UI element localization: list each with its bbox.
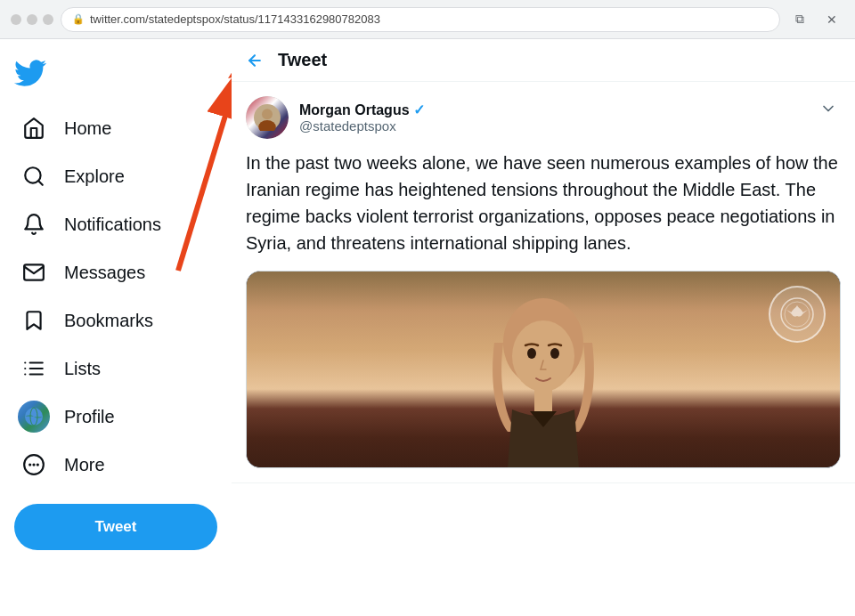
svg-point-15 (32, 463, 35, 466)
messages-icon (21, 260, 46, 285)
sidebar-item-notifications[interactable]: Notifications (7, 201, 224, 247)
profile-icon (21, 404, 46, 429)
sidebar-item-profile-label: Profile (64, 407, 115, 427)
tweet-text: In the past two weeks alone, we have see… (246, 150, 841, 256)
main-nav: Home Explore (0, 103, 232, 490)
author-handle: @statedeptspox (299, 118, 425, 134)
browser-controls (11, 14, 53, 25)
sidebar-item-bookmarks[interactable]: Bookmarks (7, 297, 224, 344)
author-text-info: Morgan Ortagus ✓ @statedeptspox (299, 101, 425, 134)
sidebar-item-more-label: More (64, 455, 105, 475)
url-text: twitter.com/statedeptspox/status/1171433… (90, 12, 380, 26)
tweet-detail-title: Tweet (278, 50, 327, 70)
sidebar-item-messages-label: Messages (64, 263, 145, 283)
home-icon (21, 116, 46, 141)
lock-icon: 🔒 (72, 13, 85, 25)
author-name: Morgan Ortagus ✓ (299, 101, 425, 118)
browser-circle-3 (43, 14, 53, 25)
sidebar-item-home[interactable]: Home (7, 105, 224, 151)
browser-circle-2 (27, 14, 37, 25)
sidebar-item-messages[interactable]: Messages (7, 249, 224, 296)
sidebar-item-lists-label: Lists (64, 359, 101, 379)
sidebar-item-explore-label: Explore (64, 166, 125, 187)
sidebar-item-profile[interactable]: Profile (7, 393, 224, 440)
svg-line-4 (38, 181, 43, 185)
svg-point-26 (550, 348, 559, 359)
tweet-detail-header: Tweet (232, 39, 855, 82)
sidebar-item-more[interactable]: More (7, 442, 224, 488)
sidebar-item-home-label: Home (64, 118, 111, 139)
main-content: Tweet (232, 39, 855, 616)
browser-right-icons: ⧉ ✕ (787, 7, 844, 32)
tweet-image[interactable] (246, 271, 841, 468)
sidebar: Home Explore (0, 39, 232, 616)
tweet-options-button[interactable] (816, 96, 841, 126)
author-avatar[interactable] (246, 96, 289, 139)
browser-extensions-icon[interactable]: ⧉ (787, 7, 812, 32)
svg-point-25 (527, 348, 536, 359)
sidebar-item-lists[interactable]: Lists (7, 345, 224, 392)
tweet-button[interactable]: Tweet (14, 504, 217, 550)
app-container: Home Explore (0, 39, 855, 616)
tweet-author-info: Morgan Ortagus ✓ @statedeptspox (246, 96, 425, 139)
browser-chrome: 🔒 twitter.com/statedeptspox/status/11714… (0, 0, 855, 39)
tweet-detail-content: Morgan Ortagus ✓ @statedeptspox In the p… (232, 82, 855, 483)
explore-icon (21, 164, 46, 189)
svg-point-19 (262, 109, 273, 119)
svg-point-16 (37, 463, 39, 466)
notifications-icon (21, 212, 46, 237)
browser-menu-icon[interactable]: ✕ (819, 7, 844, 32)
lists-icon (21, 356, 46, 381)
bookmarks-icon (21, 308, 46, 333)
more-icon (21, 452, 46, 477)
svg-point-14 (28, 463, 31, 466)
sidebar-item-notifications-label: Notifications (64, 215, 161, 235)
address-bar[interactable]: 🔒 twitter.com/statedeptspox/status/11714… (61, 7, 780, 32)
sidebar-item-bookmarks-label: Bookmarks (64, 311, 153, 331)
sidebar-item-explore[interactable]: Explore (7, 153, 224, 199)
browser-circle-1 (11, 14, 21, 25)
tweet-image-placeholder (247, 272, 840, 467)
verified-badge: ✓ (413, 101, 425, 118)
back-button[interactable] (246, 52, 264, 69)
svg-rect-27 (534, 389, 552, 411)
tweet-author-row: Morgan Ortagus ✓ @statedeptspox (246, 96, 841, 139)
twitter-logo[interactable] (0, 46, 232, 100)
